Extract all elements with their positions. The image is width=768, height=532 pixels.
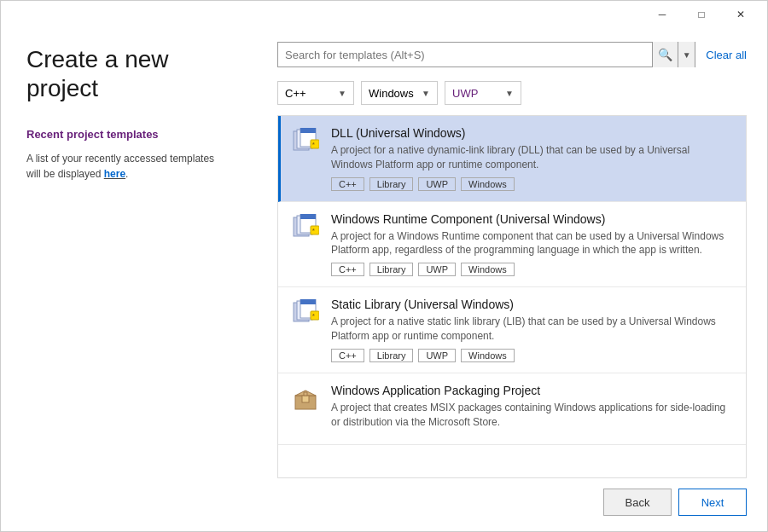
search-row: 🔍 ▼ Clear all <box>277 42 747 67</box>
project-list: * DLL (Universal Windows) A project for … <box>277 115 747 478</box>
project-tag: C++ <box>331 177 364 191</box>
project-description: A project for a native dynamic-link libr… <box>331 143 734 172</box>
project-item-static-lib[interactable]: * Static Library (Universal Windows) A p… <box>278 287 746 373</box>
project-description: A project for a Windows Runtime componen… <box>331 229 734 258</box>
project-name: Windows Runtime Component (Universal Win… <box>331 212 734 226</box>
titlebar: ─ □ ✕ <box>1 1 767 28</box>
search-dropdown-button[interactable]: ▼ <box>678 42 695 67</box>
project-tags: C++LibraryUWPWindows <box>331 349 734 362</box>
project-item-runtime-component[interactable]: * Windows Runtime Component (Universal W… <box>278 202 746 288</box>
main-container: Create a new project Recent project temp… <box>1 28 767 532</box>
language-filter-label: C++ <box>285 87 333 100</box>
recent-desc: A list of your recently accessed templat… <box>26 151 231 182</box>
project-tag: Windows <box>461 177 515 191</box>
search-input[interactable] <box>278 49 652 61</box>
project-icon: * <box>290 298 321 328</box>
recent-desc-period: . <box>125 168 128 180</box>
footer-row: Back Next <box>277 478 747 519</box>
project-info: Static Library (Universal Windows) A pro… <box>331 298 734 362</box>
minimize-button[interactable]: ─ <box>643 1 682 28</box>
project-type-filter-label: UWP <box>452 87 500 100</box>
project-name: Windows Application Packaging Project <box>331 384 734 397</box>
project-tag: UWP <box>418 349 456 362</box>
project-description: A project that creates MSIX packages con… <box>331 401 734 430</box>
svg-text:*: * <box>312 142 315 147</box>
project-icon: * <box>290 212 321 243</box>
clear-all-button[interactable]: Clear all <box>706 49 747 61</box>
svg-text:*: * <box>312 228 315 234</box>
platform-filter-caret: ▼ <box>422 89 430 98</box>
svg-rect-9 <box>300 214 316 219</box>
project-info: DLL (Universal Windows) A project for a … <box>331 126 734 191</box>
project-item-dll-uwp[interactable]: * DLL (Universal Windows) A project for … <box>278 116 746 202</box>
next-button[interactable]: Next <box>678 489 747 516</box>
left-panel: Create a new project Recent project temp… <box>1 28 257 532</box>
project-name: DLL (Universal Windows) <box>331 126 734 140</box>
project-tag: Windows <box>461 349 515 362</box>
svg-rect-3 <box>300 128 316 133</box>
project-tag: Library <box>369 177 414 191</box>
project-info: Windows Runtime Component (Universal Win… <box>331 212 734 277</box>
project-icon <box>290 384 321 414</box>
svg-text:*: * <box>312 313 315 319</box>
project-tag: UWP <box>418 177 456 191</box>
svg-rect-21 <box>304 392 307 396</box>
right-panel: 🔍 ▼ Clear all C++ ▼ Windows ▼ UWP ▼ <box>257 28 767 532</box>
back-button[interactable]: Back <box>603 489 672 516</box>
project-name: Static Library (Universal Windows) <box>331 298 734 311</box>
project-tag: UWP <box>418 263 456 276</box>
filter-row: C++ ▼ Windows ▼ UWP ▼ <box>277 81 747 105</box>
project-tag: Windows <box>461 263 515 276</box>
recent-desc-link[interactable]: here <box>104 168 125 180</box>
project-type-filter[interactable]: UWP ▼ <box>445 81 521 105</box>
language-filter-caret: ▼ <box>338 89 346 98</box>
project-tag: C++ <box>331 349 364 362</box>
project-tags: C++LibraryUWPWindows <box>331 177 734 191</box>
close-button[interactable]: ✕ <box>721 1 760 28</box>
platform-filter-label: Windows <box>369 87 416 100</box>
project-type-filter-caret: ▼ <box>505 89 514 98</box>
maximize-button[interactable]: □ <box>682 1 721 28</box>
language-filter[interactable]: C++ ▼ <box>277 81 354 105</box>
search-icon-button[interactable]: 🔍 <box>652 42 678 67</box>
project-tag: Library <box>369 349 414 362</box>
project-item-packaging[interactable]: Windows Application Packaging Project A … <box>278 373 746 446</box>
project-tag: C++ <box>331 263 364 276</box>
platform-filter[interactable]: Windows ▼ <box>361 81 438 105</box>
project-description: A project for a native static link libra… <box>331 315 734 344</box>
svg-rect-20 <box>302 396 309 402</box>
page-title: Create a new project <box>26 45 231 102</box>
svg-rect-15 <box>300 299 316 304</box>
recent-section-title: Recent project templates <box>26 128 231 141</box>
project-tags: C++LibraryUWPWindows <box>331 263 734 276</box>
project-icon: * <box>290 126 321 157</box>
project-tag: Library <box>369 263 414 276</box>
project-info: Windows Application Packaging Project A … <box>331 384 734 435</box>
search-container: 🔍 ▼ <box>277 42 695 67</box>
